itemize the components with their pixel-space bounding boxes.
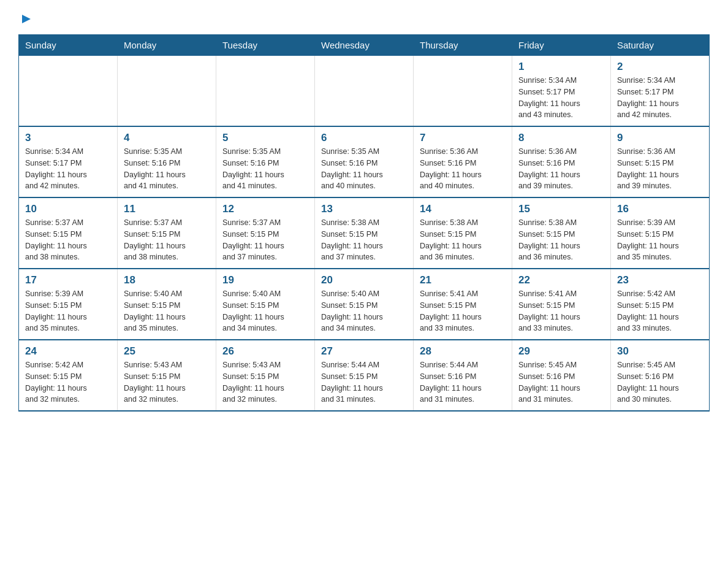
day-info: Sunrise: 5:34 AMSunset: 5:17 PMDaylight:…: [518, 75, 604, 121]
day-info: Sunrise: 5:45 AMSunset: 5:16 PMDaylight:…: [617, 359, 703, 405]
day-number: 3: [25, 132, 111, 144]
day-number: 4: [124, 132, 210, 144]
day-number: 1: [518, 61, 604, 73]
calendar-cell: [118, 56, 216, 127]
calendar-cell: 21Sunrise: 5:41 AMSunset: 5:15 PMDayligh…: [414, 269, 512, 340]
calendar-cell: 17Sunrise: 5:39 AMSunset: 5:15 PMDayligh…: [19, 269, 118, 340]
day-number: 8: [518, 132, 604, 144]
calendar-cell: 10Sunrise: 5:37 AMSunset: 5:15 PMDayligh…: [19, 197, 118, 269]
day-number: 23: [617, 274, 703, 286]
calendar-cell: 29Sunrise: 5:45 AMSunset: 5:16 PMDayligh…: [512, 340, 611, 411]
calendar-week-row: 3Sunrise: 5:34 AMSunset: 5:17 PMDaylight…: [19, 126, 710, 197]
day-number: 15: [518, 203, 604, 215]
day-number: 9: [617, 132, 703, 144]
day-info: Sunrise: 5:41 AMSunset: 5:15 PMDaylight:…: [420, 288, 506, 334]
calendar-cell: [315, 56, 414, 127]
calendar-week-row: 17Sunrise: 5:39 AMSunset: 5:15 PMDayligh…: [19, 269, 710, 340]
calendar-header-wednesday: Wednesday: [315, 35, 414, 56]
calendar-cell: 5Sunrise: 5:35 AMSunset: 5:16 PMDaylight…: [216, 126, 315, 197]
calendar-cell: 20Sunrise: 5:40 AMSunset: 5:15 PMDayligh…: [315, 269, 414, 340]
calendar-cell: 7Sunrise: 5:36 AMSunset: 5:16 PMDaylight…: [414, 126, 512, 197]
calendar-table: SundayMondayTuesdayWednesdayThursdayFrid…: [18, 34, 710, 412]
day-info: Sunrise: 5:44 AMSunset: 5:15 PMDaylight:…: [321, 359, 407, 405]
day-info: Sunrise: 5:40 AMSunset: 5:15 PMDaylight:…: [124, 288, 210, 334]
day-info: Sunrise: 5:39 AMSunset: 5:15 PMDaylight:…: [25, 288, 111, 334]
day-info: Sunrise: 5:37 AMSunset: 5:15 PMDaylight:…: [124, 217, 210, 263]
day-info: Sunrise: 5:42 AMSunset: 5:15 PMDaylight:…: [617, 288, 703, 334]
day-number: 25: [124, 345, 210, 358]
day-number: 27: [321, 345, 407, 358]
calendar-header-friday: Friday: [512, 35, 611, 56]
day-number: 16: [617, 203, 703, 215]
day-info: Sunrise: 5:36 AMSunset: 5:16 PMDaylight:…: [420, 146, 506, 192]
calendar-header-tuesday: Tuesday: [216, 35, 315, 56]
calendar-cell: 1Sunrise: 5:34 AMSunset: 5:17 PMDaylight…: [512, 56, 611, 127]
svg-marker-0: [22, 15, 31, 23]
day-number: 14: [420, 203, 506, 215]
day-info: Sunrise: 5:38 AMSunset: 5:15 PMDaylight:…: [420, 217, 506, 263]
day-number: 17: [25, 274, 111, 286]
page-header: [18, 12, 710, 28]
day-number: 22: [518, 274, 604, 286]
day-number: 21: [420, 274, 506, 286]
day-info: Sunrise: 5:38 AMSunset: 5:15 PMDaylight:…: [518, 217, 604, 263]
day-info: Sunrise: 5:43 AMSunset: 5:15 PMDaylight:…: [124, 359, 210, 405]
day-info: Sunrise: 5:37 AMSunset: 5:15 PMDaylight:…: [25, 217, 111, 263]
day-info: Sunrise: 5:40 AMSunset: 5:15 PMDaylight:…: [321, 288, 407, 334]
day-info: Sunrise: 5:35 AMSunset: 5:16 PMDaylight:…: [124, 146, 210, 192]
day-number: 28: [420, 345, 506, 358]
calendar-cell: 24Sunrise: 5:42 AMSunset: 5:15 PMDayligh…: [19, 340, 118, 411]
calendar-cell: 12Sunrise: 5:37 AMSunset: 5:15 PMDayligh…: [216, 197, 315, 269]
day-number: 10: [25, 203, 111, 215]
day-info: Sunrise: 5:37 AMSunset: 5:15 PMDaylight:…: [222, 217, 308, 263]
calendar-cell: [19, 56, 118, 127]
day-number: 26: [222, 345, 308, 358]
calendar-week-row: 1Sunrise: 5:34 AMSunset: 5:17 PMDaylight…: [19, 56, 710, 127]
calendar-cell: 27Sunrise: 5:44 AMSunset: 5:15 PMDayligh…: [315, 340, 414, 411]
day-info: Sunrise: 5:42 AMSunset: 5:15 PMDaylight:…: [25, 359, 111, 405]
day-number: 29: [518, 345, 604, 358]
calendar-cell: [414, 56, 512, 127]
day-number: 2: [617, 61, 703, 73]
calendar-cell: 9Sunrise: 5:36 AMSunset: 5:15 PMDaylight…: [611, 126, 710, 197]
day-info: Sunrise: 5:44 AMSunset: 5:16 PMDaylight:…: [420, 359, 506, 405]
day-info: Sunrise: 5:36 AMSunset: 5:16 PMDaylight:…: [518, 146, 604, 192]
day-info: Sunrise: 5:34 AMSunset: 5:17 PMDaylight:…: [617, 75, 703, 121]
day-number: 12: [222, 203, 308, 215]
day-number: 5: [222, 132, 308, 144]
logo: [18, 12, 32, 28]
day-number: 7: [420, 132, 506, 144]
calendar-cell: 28Sunrise: 5:44 AMSunset: 5:16 PMDayligh…: [414, 340, 512, 411]
day-info: Sunrise: 5:36 AMSunset: 5:15 PMDaylight:…: [617, 146, 703, 192]
day-number: 13: [321, 203, 407, 215]
calendar-cell: 19Sunrise: 5:40 AMSunset: 5:15 PMDayligh…: [216, 269, 315, 340]
day-info: Sunrise: 5:41 AMSunset: 5:15 PMDaylight:…: [518, 288, 604, 334]
calendar-week-row: 10Sunrise: 5:37 AMSunset: 5:15 PMDayligh…: [19, 197, 710, 269]
calendar-cell: 3Sunrise: 5:34 AMSunset: 5:17 PMDaylight…: [19, 126, 118, 197]
calendar-cell: 25Sunrise: 5:43 AMSunset: 5:15 PMDayligh…: [118, 340, 216, 411]
calendar-cell: 30Sunrise: 5:45 AMSunset: 5:16 PMDayligh…: [611, 340, 710, 411]
calendar-cell: 4Sunrise: 5:35 AMSunset: 5:16 PMDaylight…: [118, 126, 216, 197]
calendar-week-row: 24Sunrise: 5:42 AMSunset: 5:15 PMDayligh…: [19, 340, 710, 411]
day-info: Sunrise: 5:45 AMSunset: 5:16 PMDaylight:…: [518, 359, 604, 405]
day-info: Sunrise: 5:39 AMSunset: 5:15 PMDaylight:…: [617, 217, 703, 263]
calendar-header-sunday: Sunday: [19, 35, 118, 56]
calendar-header-monday: Monday: [118, 35, 216, 56]
day-number: 20: [321, 274, 407, 286]
calendar-cell: 16Sunrise: 5:39 AMSunset: 5:15 PMDayligh…: [611, 197, 710, 269]
day-number: 6: [321, 132, 407, 144]
logo-arrow-icon: [18, 12, 32, 28]
calendar-cell: 13Sunrise: 5:38 AMSunset: 5:15 PMDayligh…: [315, 197, 414, 269]
calendar-cell: 14Sunrise: 5:38 AMSunset: 5:15 PMDayligh…: [414, 197, 512, 269]
calendar-header-row: SundayMondayTuesdayWednesdayThursdayFrid…: [19, 35, 710, 56]
calendar-cell: 23Sunrise: 5:42 AMSunset: 5:15 PMDayligh…: [611, 269, 710, 340]
day-number: 24: [25, 345, 111, 358]
calendar-cell: 8Sunrise: 5:36 AMSunset: 5:16 PMDaylight…: [512, 126, 611, 197]
calendar-cell: 11Sunrise: 5:37 AMSunset: 5:15 PMDayligh…: [118, 197, 216, 269]
day-number: 11: [124, 203, 210, 215]
calendar-cell: [216, 56, 315, 127]
day-number: 18: [124, 274, 210, 286]
day-info: Sunrise: 5:35 AMSunset: 5:16 PMDaylight:…: [222, 146, 308, 192]
calendar-cell: 15Sunrise: 5:38 AMSunset: 5:15 PMDayligh…: [512, 197, 611, 269]
day-info: Sunrise: 5:40 AMSunset: 5:15 PMDaylight:…: [222, 288, 308, 334]
